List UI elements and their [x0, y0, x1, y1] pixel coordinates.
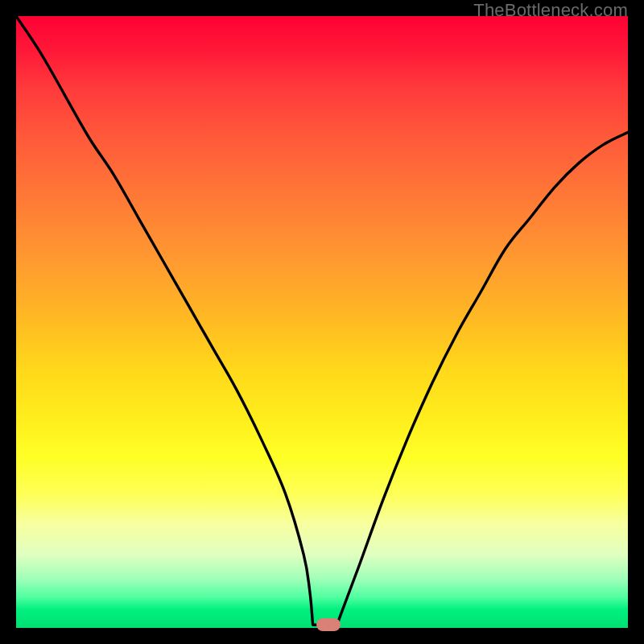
curve-svg — [16, 16, 628, 628]
watermark-text: TheBottleneck.com — [473, 0, 628, 21]
chart-frame: TheBottleneck.com — [0, 0, 644, 644]
bottleneck-curve — [16, 16, 628, 625]
plot-area — [16, 16, 628, 628]
optimal-marker — [316, 618, 341, 631]
